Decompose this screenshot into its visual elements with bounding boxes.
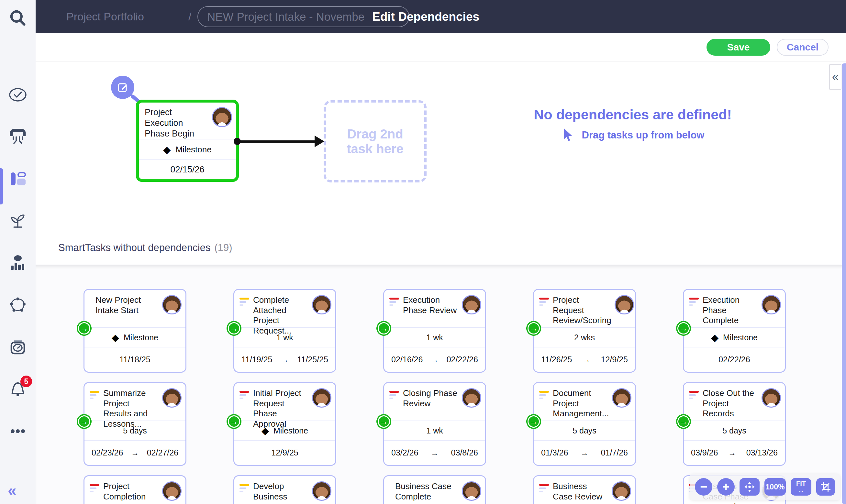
task-end-date: 02/22/26 <box>447 355 478 364</box>
network-polygon-icon[interactable] <box>9 296 27 314</box>
task-start-date: 02/16/26 <box>391 355 423 364</box>
milestone-diamond-icon <box>262 425 269 436</box>
priority-icon <box>389 295 400 327</box>
more-ellipsis-icon[interactable] <box>9 422 27 440</box>
breadcrumb[interactable]: Project Portfolio <box>66 0 144 33</box>
avatar <box>162 295 181 314</box>
avatar <box>162 388 181 408</box>
dependency-link-badge[interactable]: → <box>526 414 541 429</box>
task-card-title: Project Request Review/Scoring <box>553 295 611 327</box>
task-end-date: 02/27/26 <box>147 448 178 457</box>
dependency-link-badge[interactable]: → <box>526 321 541 336</box>
task-start-date: 11/18/25 <box>119 355 150 364</box>
resources-person-chart-icon[interactable] <box>9 254 27 272</box>
dependency-link-badge[interactable]: → <box>676 414 691 429</box>
avatar <box>615 295 634 314</box>
dependency-link-badge[interactable]: → <box>376 321 391 336</box>
task-start-date: 11/26/25 <box>541 355 572 364</box>
sidebar: 5 « <box>0 0 36 504</box>
search-icon[interactable] <box>8 8 27 27</box>
milestone-diamond-icon <box>112 332 119 343</box>
date-arrow-icon <box>728 448 736 457</box>
task-end-date: 11/25/25 <box>297 355 328 364</box>
task-card[interactable]: Project Completion → <box>84 475 187 504</box>
selected-task-date: 02/15/26 <box>139 160 236 179</box>
priority-icon <box>689 388 699 420</box>
task-duration-label: Milestone <box>274 426 308 435</box>
task-card[interactable]: Develop Business Case → <box>233 475 336 504</box>
smarttasks-count: (19) <box>214 242 232 253</box>
task-card[interactable]: Initial Project Request Phase Approval M… <box>233 382 336 466</box>
panel-collapse-button[interactable]: « <box>829 64 842 90</box>
task-card[interactable]: Summarize Project Results and Lessons...… <box>84 382 187 466</box>
task-start-date: 02/22/26 <box>719 355 750 364</box>
dependency-link-badge[interactable]: → <box>77 414 92 429</box>
tasks-check-icon[interactable] <box>9 86 27 104</box>
notifications-bell-icon[interactable]: 5 <box>9 380 27 398</box>
dependency-link-badge[interactable]: → <box>227 321 242 336</box>
task-end-date: 12/9/25 <box>601 355 628 364</box>
task-duration-label: 1 wk <box>276 333 293 342</box>
task-duration-label: 1 wk <box>426 333 443 342</box>
task-start-date: 03/9/26 <box>691 448 718 457</box>
task-card[interactable]: Closing Phase Review 1 wk 03/2/26 03/8/2… <box>383 382 486 466</box>
dependency-link-badge[interactable]: → <box>77 321 92 336</box>
task-card[interactable]: Business Case Review → <box>533 475 636 504</box>
crop-button[interactable] <box>816 478 835 496</box>
selected-task-card[interactable]: Project Execution Phase Begin Milestone … <box>136 100 239 182</box>
zoom-in-button[interactable]: + <box>717 478 735 496</box>
avatar <box>212 107 232 127</box>
dependency-link-badge[interactable]: → <box>676 321 691 336</box>
empty-state: No dependencies are defined! Drag tasks … <box>507 107 759 143</box>
task-card[interactable]: Complete Attached Project Request... 1 w… <box>233 289 336 373</box>
growth-seedling-icon[interactable] <box>9 212 27 230</box>
task-duration-label: Milestone <box>124 333 158 342</box>
avatar <box>312 295 331 314</box>
timesheet-timer-icon[interactable] <box>9 338 27 356</box>
task-card[interactable]: New Project Intake Start Milestone 11/18… <box>84 289 187 373</box>
avatar <box>761 388 781 408</box>
fit-to-screen-button[interactable]: FIT ↔ <box>791 478 811 496</box>
sidebar-collapse-button[interactable]: « <box>8 483 17 498</box>
projects-kanban-icon[interactable] <box>9 170 27 188</box>
task-card-title: Initial Project Request Phase Approval <box>253 388 309 420</box>
task-end-date: 01/7/26 <box>601 448 628 457</box>
drop-target-zone[interactable]: Drag 2nd task here <box>324 100 426 182</box>
zoom-out-button[interactable]: − <box>695 478 712 496</box>
task-start-date: 11/19/25 <box>242 355 272 364</box>
task-start-date: 03/2/26 <box>391 448 418 457</box>
task-card[interactable]: Business Case Complete → <box>383 475 486 504</box>
task-card-title: Business Case Review <box>553 481 609 504</box>
pan-button[interactable] <box>740 478 760 496</box>
task-card-title: Develop Business Case <box>253 481 309 504</box>
priority-icon <box>539 295 549 327</box>
task-card[interactable]: Project Request Review/Scoring 2 wks 11/… <box>533 289 636 373</box>
priority-icon <box>90 481 100 504</box>
task-card[interactable]: Document Project Management... 5 days 01… <box>533 382 636 466</box>
task-card[interactable]: Execution Phase Complete Milestone 02/22… <box>683 289 786 373</box>
scrollbar[interactable] <box>842 64 846 504</box>
dependency-link-badge[interactable]: → <box>227 414 242 429</box>
dependency-connector-line <box>239 140 317 143</box>
save-button[interactable]: Save <box>706 39 770 56</box>
smarttasks-header: SmartTasks without dependencies <box>58 242 210 253</box>
milestone-diamond-icon <box>163 144 171 155</box>
priority-icon <box>689 295 699 327</box>
crop-icon <box>821 482 830 492</box>
task-duration-label: Milestone <box>723 333 758 342</box>
task-card-title: New Project Intake Start <box>95 295 159 327</box>
avatar <box>312 481 331 501</box>
cancel-button[interactable]: Cancel <box>777 39 829 56</box>
portfolio-bridge-icon[interactable] <box>9 128 27 146</box>
priority-icon <box>90 388 100 420</box>
empty-state-hint: Drag tasks up from below <box>582 129 705 141</box>
avatar <box>761 295 781 314</box>
task-card[interactable]: Execution Phase Review 1 wk 02/16/26 02/… <box>383 289 486 373</box>
dependency-link-badge[interactable]: → <box>376 414 391 429</box>
task-card[interactable]: Close Out the Project Records 5 days 03/… <box>683 382 786 466</box>
task-card-title: Project Completion <box>103 481 159 504</box>
selected-task-title: Project Execution Phase Begin <box>145 107 209 139</box>
dependency-arrowhead <box>315 136 324 147</box>
task-start-date: 02/23/26 <box>92 448 123 457</box>
zoom-level-indicator[interactable]: 100% <box>764 478 786 496</box>
